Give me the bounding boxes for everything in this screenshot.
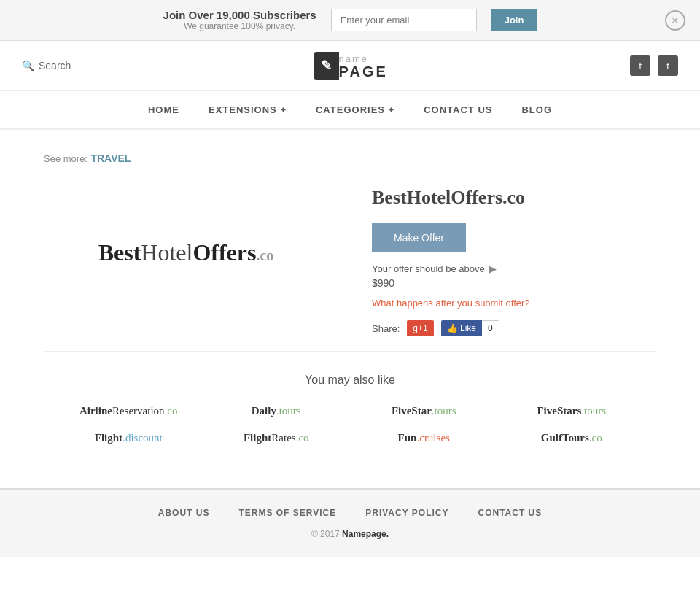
domain-display: BestHotelOffers.co BestHotelOffers.co Ma… <box>44 179 656 336</box>
main-nav: HOME EXTENSIONS + CATEGORIES + CONTACT U… <box>0 91 700 130</box>
related-domain-3[interactable]: FiveStars.tours <box>502 405 642 417</box>
footer-contact[interactable]: CONTACT US <box>478 508 542 518</box>
nav-extensions[interactable]: EXTENSIONS + <box>209 104 287 115</box>
logo-name: name <box>339 53 369 64</box>
offer-info: Your offer should be above ▶ <box>372 263 656 274</box>
offer-price: $990 <box>372 277 656 289</box>
also-like-section: You may also like AirlineReservation.co … <box>44 351 656 466</box>
domain-info: BestHotelOffers.co Make Offer Your offer… <box>372 179 656 336</box>
footer-copyright: © 2017 Namepage. <box>15 529 685 539</box>
facebook-count: 0 <box>482 320 499 336</box>
related-domain-4[interactable]: Flight.discount <box>58 432 199 444</box>
nav-contact[interactable]: CONTACT US <box>424 104 492 115</box>
banner-text: Join Over 19,000 Subscribers We guarante… <box>163 9 316 31</box>
related-domain-5[interactable]: FlightRates.co <box>206 432 347 444</box>
footer: ABOUT US TERMS OF SERVICE PRIVACY POLICY… <box>0 488 700 557</box>
logo-icon: ✎ <box>314 52 339 80</box>
banner-subtitle: We guarantee 100% privacy. <box>163 21 316 31</box>
email-input[interactable] <box>331 9 477 31</box>
social-links: f t <box>630 55 678 76</box>
related-domains-grid: AirlineReservation.co Daily.tours FiveSt… <box>58 405 642 444</box>
share-row: Share: g+1 👍 Like 0 <box>372 320 656 336</box>
offer-link[interactable]: What happens after you submit offer? <box>372 298 530 309</box>
nav-home[interactable]: HOME <box>148 104 179 115</box>
share-label: Share: <box>372 323 400 334</box>
related-domain-1[interactable]: Daily.tours <box>206 405 347 417</box>
facebook-like-button[interactable]: 👍 Like <box>441 320 482 336</box>
see-more: See more: TRAVEL <box>44 152 656 165</box>
also-like-title: You may also like <box>58 374 642 387</box>
search-icon: 🔍 <box>22 60 34 71</box>
twitter-icon[interactable]: t <box>658 55 678 76</box>
domain-logo: BestHotelOffers.co <box>98 239 274 266</box>
nav-categories[interactable]: CATEGORIES + <box>316 104 394 115</box>
logo-page: PAGE <box>339 63 388 80</box>
domain-logo-area: BestHotelOffers.co <box>44 179 328 325</box>
facebook-icon[interactable]: f <box>630 55 650 76</box>
search-area[interactable]: 🔍 Search <box>22 60 71 71</box>
footer-terms[interactable]: TERMS OF SERVICE <box>238 508 336 518</box>
top-banner: Join Over 19,000 Subscribers We guarante… <box>0 0 700 41</box>
facebook-like: 👍 Like 0 <box>441 320 499 336</box>
see-more-link[interactable]: TRAVEL <box>90 152 131 164</box>
footer-links: ABOUT US TERMS OF SERVICE PRIVACY POLICY… <box>15 508 685 518</box>
related-domain-0[interactable]: AirlineReservation.co <box>58 405 199 417</box>
close-banner-button[interactable]: ✕ <box>665 10 685 31</box>
footer-about[interactable]: ABOUT US <box>158 508 210 518</box>
search-label: Search <box>39 60 71 71</box>
related-domain-6[interactable]: Fun.cruises <box>354 432 494 444</box>
footer-namepage-link[interactable]: Namepage. <box>342 529 389 539</box>
gplus-button[interactable]: g+1 <box>407 320 433 336</box>
offer-above-label: Your offer should be above <box>372 263 485 274</box>
logo[interactable]: ✎ name PAGE <box>314 52 388 80</box>
main-content: See more: TRAVEL BestHotelOffers.co Best… <box>0 130 700 488</box>
header: 🔍 Search ✎ name PAGE f t <box>0 41 700 91</box>
see-more-label: See more: <box>44 153 88 164</box>
nav-blog[interactable]: BLOG <box>521 104 552 115</box>
footer-privacy[interactable]: PRIVACY POLICY <box>365 508 448 518</box>
related-domain-2[interactable]: FiveStar.tours <box>354 405 494 417</box>
domain-name: BestHotelOffers.co <box>372 187 656 209</box>
join-button[interactable]: Join <box>491 9 537 31</box>
related-domain-7[interactable]: GulfTours.co <box>502 432 642 444</box>
make-offer-button[interactable]: Make Offer <box>372 223 466 252</box>
banner-title: Join Over 19,000 Subscribers <box>163 9 316 21</box>
offer-arrow-icon: ▶ <box>489 263 497 274</box>
